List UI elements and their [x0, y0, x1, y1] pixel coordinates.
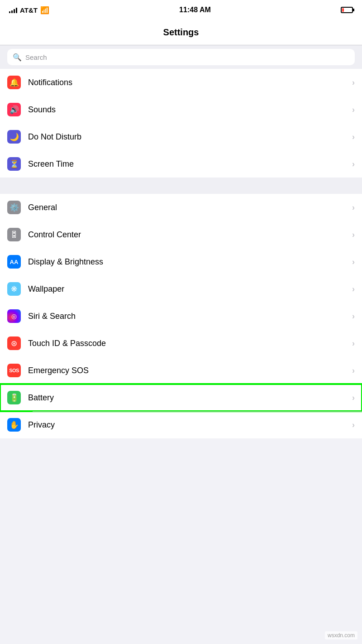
- search-placeholder: Search: [25, 53, 47, 61]
- signal-bar-1: [9, 11, 10, 13]
- wifi-icon: 📶: [40, 6, 49, 14]
- emergency-sos-label: Emergency SOS: [28, 366, 352, 375]
- page-title: Settings: [163, 27, 199, 38]
- chevron-icon: ›: [352, 257, 355, 267]
- screen-time-icon: ⏳: [7, 157, 21, 171]
- display-brightness-icon: AA: [7, 255, 21, 269]
- emergency-sos-icon: SOS: [7, 364, 21, 377]
- status-time: 11:48 AM: [179, 6, 211, 14]
- control-center-label: Control Center: [28, 230, 352, 240]
- signal-bar-3: [14, 9, 15, 13]
- touch-id-icon: ⊛: [7, 336, 21, 350]
- status-right: [341, 7, 353, 13]
- privacy-label: Privacy: [28, 420, 352, 430]
- row-wallpaper[interactable]: ❋ Wallpaper ›: [0, 275, 362, 303]
- signal-bar-2: [11, 10, 13, 13]
- general-icon: ⚙️: [7, 201, 21, 214]
- row-notifications[interactable]: 🔔 Notifications ›: [0, 69, 362, 96]
- navigation-bar: Settings: [0, 20, 362, 45]
- sounds-icon: 🔊: [7, 103, 21, 116]
- notifications-label: Notifications: [28, 78, 352, 87]
- chevron-icon: ›: [352, 420, 355, 430]
- privacy-icon: ✋: [7, 418, 21, 432]
- notifications-icon: 🔔: [7, 76, 21, 89]
- chevron-icon: ›: [352, 366, 355, 375]
- row-control-center[interactable]: 🎛 Control Center ›: [0, 221, 362, 248]
- row-sounds[interactable]: 🔊 Sounds ›: [0, 96, 362, 123]
- chevron-icon: ›: [352, 159, 355, 169]
- siri-search-icon: ◎: [7, 309, 21, 323]
- wallpaper-icon: ❋: [7, 282, 21, 296]
- chevron-icon: ›: [352, 203, 355, 212]
- status-bar: AT&T 📶 11:48 AM: [0, 0, 362, 20]
- section-notifications-group: 🔔 Notifications › 🔊 Sounds › 🌙 Do Not Di…: [0, 69, 362, 178]
- chevron-icon: ›: [352, 284, 355, 294]
- section-divider-1: [0, 178, 362, 194]
- row-general[interactable]: ⚙️ General ›: [0, 194, 362, 221]
- chevron-icon: ›: [352, 393, 355, 403]
- control-center-icon: 🎛: [7, 228, 21, 241]
- search-area: 🔍 Search: [0, 45, 362, 69]
- battery-fill: [342, 8, 344, 12]
- search-bar[interactable]: 🔍 Search: [7, 49, 355, 65]
- chevron-icon: ›: [352, 312, 355, 321]
- row-siri-search[interactable]: ◎ Siri & Search ›: [0, 303, 362, 330]
- display-brightness-label: Display & Brightness: [28, 257, 352, 267]
- status-left: AT&T 📶: [9, 6, 49, 14]
- row-do-not-disturb[interactable]: 🌙 Do Not Disturb ›: [0, 123, 362, 150]
- search-icon: 🔍: [13, 53, 22, 62]
- carrier-label: AT&T: [20, 6, 38, 14]
- watermark: wsxdn.com: [325, 631, 357, 639]
- signal-bar-4: [16, 8, 17, 13]
- chevron-icon: ›: [352, 132, 355, 142]
- row-display-brightness[interactable]: AA Display & Brightness ›: [0, 248, 362, 275]
- siri-search-label: Siri & Search: [28, 312, 352, 321]
- battery-icon: 🔋: [7, 391, 21, 404]
- row-screen-time[interactable]: ⏳ Screen Time ›: [0, 150, 362, 178]
- row-battery[interactable]: 🔋 Battery ›: [0, 384, 362, 411]
- chevron-icon: ›: [352, 339, 355, 348]
- battery-status-icon: [341, 7, 353, 13]
- battery-label: Battery: [28, 393, 352, 403]
- row-touch-id[interactable]: ⊛ Touch ID & Passcode ›: [0, 330, 362, 357]
- screen-time-label: Screen Time: [28, 159, 352, 169]
- chevron-icon: ›: [352, 105, 355, 115]
- do-not-disturb-label: Do Not Disturb: [28, 132, 352, 142]
- sounds-label: Sounds: [28, 105, 352, 115]
- wallpaper-label: Wallpaper: [28, 284, 352, 294]
- section-system-group: ⚙️ General › 🎛 Control Center › AA Displ…: [0, 194, 362, 438]
- row-emergency-sos[interactable]: SOS Emergency SOS ›: [0, 357, 362, 384]
- do-not-disturb-icon: 🌙: [7, 130, 21, 144]
- touch-id-label: Touch ID & Passcode: [28, 339, 352, 348]
- signal-bars-icon: [9, 7, 17, 13]
- general-label: General: [28, 203, 352, 212]
- row-privacy[interactable]: ✋ Privacy ›: [0, 411, 362, 438]
- chevron-icon: ›: [352, 230, 355, 240]
- chevron-icon: ›: [352, 78, 355, 87]
